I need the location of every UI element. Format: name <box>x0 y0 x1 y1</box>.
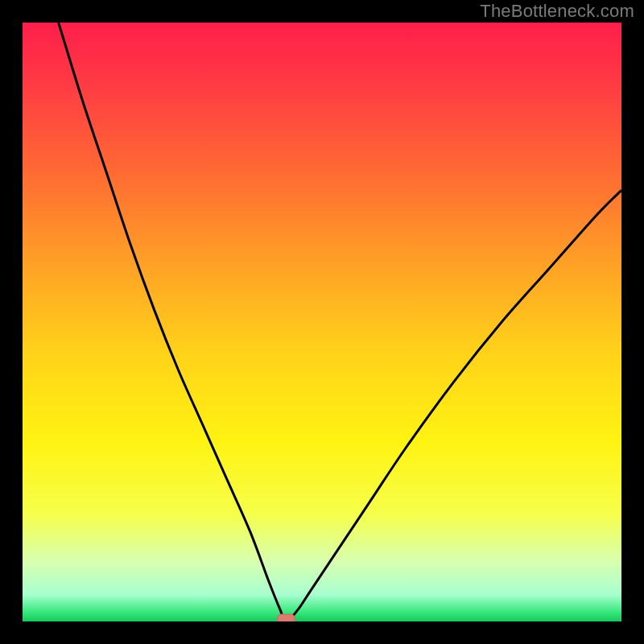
gradient-background <box>23 23 621 621</box>
watermark-text: TheBottleneck.com <box>480 1 634 22</box>
plot-area <box>23 23 621 621</box>
bottleneck-chart <box>23 23 621 621</box>
optimum-marker <box>277 614 295 621</box>
chart-frame: TheBottleneck.com <box>0 0 644 644</box>
